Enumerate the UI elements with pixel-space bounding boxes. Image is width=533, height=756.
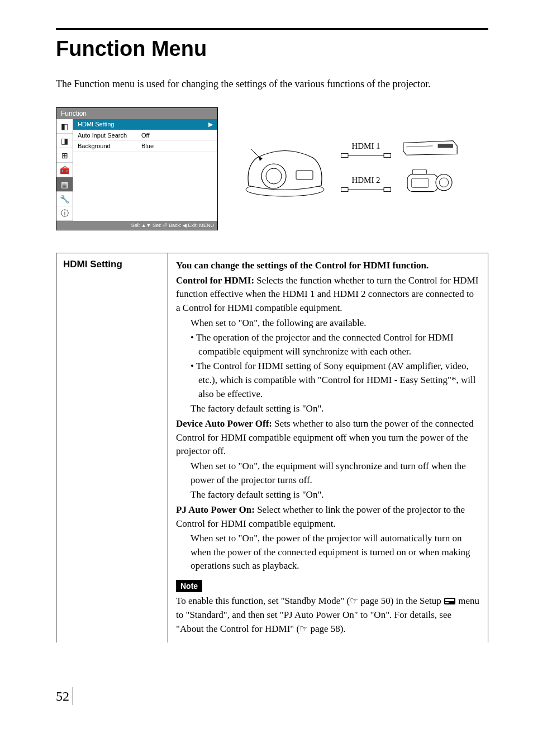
spec-dapo-label: Device Auto Power Off: xyxy=(176,418,272,429)
spec-cfh: Control for HDMI: Selects the function w… xyxy=(176,274,480,315)
spec-row-hdmi-setting: HDMI Setting You can change the settings… xyxy=(56,253,488,642)
svg-rect-6 xyxy=(341,153,348,157)
page-number-value: 52 xyxy=(56,689,69,704)
spec-pjapo-on: When set to "On", the power of the proje… xyxy=(191,532,480,573)
page-number: 52 xyxy=(56,687,488,705)
spec-table: HDMI Setting You can change the settings… xyxy=(56,253,488,642)
osd-menu-title: Function xyxy=(56,108,217,119)
spec-key: HDMI Setting xyxy=(56,253,168,642)
spec-cfh-on: When set to "On", the following are avai… xyxy=(191,316,480,330)
projector-icon xyxy=(240,138,330,200)
spec-dapo-on: When set to "On", the equipment will syn… xyxy=(191,460,480,487)
osd-row-label: Background xyxy=(78,143,141,149)
osd-sidebar-icon: ◨ xyxy=(56,134,73,148)
osd-row-arrow xyxy=(205,132,213,139)
osd-row-arrow xyxy=(205,143,213,149)
osd-sidebar-icon-active: ▦ xyxy=(56,177,73,192)
svg-rect-17 xyxy=(412,169,426,174)
spec-value: You can change the settings of the Contr… xyxy=(168,253,488,642)
spec-note-body: To enable this function, set "Standby Mo… xyxy=(176,594,480,636)
svg-rect-9 xyxy=(341,187,348,191)
svg-rect-8 xyxy=(384,153,391,157)
svg-rect-18 xyxy=(411,178,429,187)
bd-player-icon xyxy=(402,140,458,156)
svg-rect-12 xyxy=(438,144,453,148)
spec-dapo: Device Auto Power Off: Sets whether to a… xyxy=(176,417,480,459)
chevron-right-icon: ▶ xyxy=(205,121,213,128)
svg-rect-20 xyxy=(445,599,454,601)
spec-dapo-default: The factory default setting is "On". xyxy=(191,488,480,502)
hdmi2-label: HDMI 2 xyxy=(341,176,391,185)
osd-menu-rows: HDMI Setting ▶ Auto Input Search Off Bac… xyxy=(73,119,217,221)
osd-row-value: Blue xyxy=(141,143,205,149)
osd-row-value: Off xyxy=(141,132,205,139)
spec-cfh-bullet1: • The operation of the projector and the… xyxy=(198,331,480,358)
spec-lead: You can change the settings of the Contr… xyxy=(176,259,480,273)
osd-row-hdmi-setting: HDMI Setting ▶ xyxy=(73,119,217,130)
note-ref2: page 58). xyxy=(308,623,346,634)
page-number-bar xyxy=(73,687,73,705)
pointer-icon: ☞ xyxy=(299,623,308,634)
spec-pjapo-label: PJ Auto Power On: xyxy=(176,504,255,515)
hdmi1-label-block: HDMI 1 xyxy=(341,141,391,162)
connection-diagram: HDMI 1 HDMI 2 xyxy=(240,138,488,200)
camcorder-icon xyxy=(402,167,458,198)
top-rule xyxy=(56,28,488,30)
pointer-icon: ☞ xyxy=(350,596,358,606)
osd-sidebar-icon: 🔧 xyxy=(56,192,73,206)
spec-cfh-default: The factory default setting is "On". xyxy=(191,402,480,416)
osd-sidebar-icon: ⓘ xyxy=(56,206,73,221)
osd-menu-sidebar: ◧ ◨ ⊞ 🧰 ▦ 🔧 ⓘ xyxy=(56,119,73,221)
osd-row-background: Background Blue xyxy=(73,141,217,152)
svg-point-2 xyxy=(266,168,282,184)
note-ref1: page 50) in the Setup xyxy=(358,596,444,606)
osd-row-auto-input-search: Auto Input Search Off xyxy=(73,130,217,141)
osd-row-label: HDMI Setting xyxy=(78,121,141,128)
osd-sidebar-icon: ◧ xyxy=(56,119,73,134)
spec-cfh-bullet2: • The Control for HDMI setting of Sony e… xyxy=(198,360,480,401)
osd-row-label: Auto Input Search xyxy=(78,132,141,139)
osd-menu: Function ◧ ◨ ⊞ 🧰 ▦ 🔧 ⓘ HDMI Setting ▶ Au… xyxy=(56,107,218,230)
hdmi-cable-icon xyxy=(341,151,391,160)
hdmi1-label: HDMI 1 xyxy=(341,141,391,151)
svg-rect-11 xyxy=(384,187,391,191)
svg-line-4 xyxy=(251,149,260,158)
note-tag: Note xyxy=(176,580,202,592)
osd-menu-footer: Sel: ▲▼ Set: ⏎ Back: ◀ Exit: MENU xyxy=(56,221,217,230)
hdmi-cable-icon xyxy=(341,185,391,194)
intro-text: The Function menu is used for changing t… xyxy=(56,77,488,92)
svg-rect-21 xyxy=(445,602,449,603)
osd-row-value xyxy=(141,121,205,128)
page-title: Function Menu xyxy=(56,37,488,61)
osd-sidebar-icon: 🧰 xyxy=(56,163,73,177)
figures-row: Function ◧ ◨ ⊞ 🧰 ▦ 🔧 ⓘ HDMI Setting ▶ Au… xyxy=(56,107,488,230)
spec-cfh-label: Control for HDMI: xyxy=(176,275,254,286)
setup-icon xyxy=(444,597,456,605)
note-pre: To enable this function, set "Standby Mo… xyxy=(176,596,350,606)
spec-pjapo: PJ Auto Power On: Select whether to link… xyxy=(176,503,480,531)
svg-point-16 xyxy=(439,178,448,187)
hdmi2-label-block: HDMI 2 xyxy=(341,176,391,196)
svg-rect-3 xyxy=(296,171,313,179)
osd-sidebar-icon: ⊞ xyxy=(56,148,73,163)
